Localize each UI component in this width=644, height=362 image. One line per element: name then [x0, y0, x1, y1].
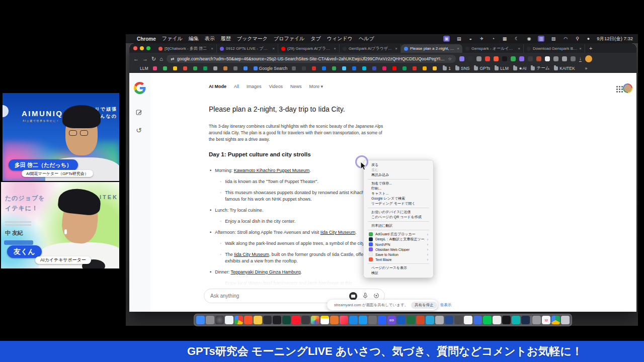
menubar-status-icon[interactable]: ●	[586, 36, 591, 42]
tab-close-icon[interactable]: ×	[579, 46, 582, 51]
dock-app-icon[interactable]	[320, 316, 329, 324]
context-menu-item[interactable]: Text Blaze ›	[364, 257, 433, 262]
browser-tab[interactable]: GenSpark AIブラウザ：デバイ ×	[340, 44, 401, 53]
extension-icon[interactable]	[459, 56, 464, 61]
menubar-item[interactable]: ブックマーク	[237, 35, 268, 42]
context-menu-item[interactable]: キャスト...	[364, 191, 433, 196]
google-apps-grid-icon[interactable]	[616, 86, 623, 93]
menubar-item[interactable]: ウィンドウ	[327, 35, 353, 42]
menubar-clock[interactable]: 9月12日(金) 7:32	[597, 36, 633, 42]
bookmark-item[interactable]	[413, 66, 418, 70]
dock-app-icon[interactable]	[521, 316, 530, 324]
dock-app-icon[interactable]	[263, 316, 272, 324]
bookmark-item[interactable]: »	[580, 66, 588, 71]
dock-app-icon[interactable]	[502, 316, 511, 324]
bookmark-item[interactable]	[332, 66, 338, 70]
extension-icon[interactable]	[502, 56, 507, 61]
extension-icon[interactable]	[476, 56, 481, 61]
site-info-icon[interactable]: ⇄	[171, 56, 174, 61]
menubar-status-icon[interactable]: ▥	[538, 36, 544, 42]
bookmark-item[interactable]	[163, 66, 169, 70]
dock-app-icon[interactable]	[435, 316, 444, 324]
dock-app-icon[interactable]	[359, 316, 367, 324]
bookmark-item[interactable]	[302, 66, 307, 70]
dock-app-icon[interactable]	[244, 316, 253, 324]
dock-app-icon[interactable]	[464, 316, 472, 324]
browser-tab[interactable]: Please plan a 2-night, 3-day ×	[401, 44, 462, 53]
dock-app-icon[interactable]	[225, 316, 233, 324]
tab-close-icon[interactable]: ×	[457, 46, 459, 51]
dock-app-icon[interactable]	[292, 316, 300, 324]
tab-close-icon[interactable]: ×	[272, 46, 275, 51]
bookmark-star-icon[interactable]: ☆	[448, 56, 452, 61]
dock-app-icon[interactable]	[531, 316, 531, 325]
search-nav-tab[interactable]: Videos	[269, 84, 283, 89]
extension-icon[interactable]	[571, 56, 576, 61]
menubar-status-icon[interactable]: ⚲	[575, 36, 580, 42]
bookmark-item[interactable]	[183, 66, 189, 70]
extension-icon[interactable]	[511, 56, 516, 61]
menubar-status-icon[interactable]: ◠	[562, 36, 569, 42]
extension-icon[interactable]	[553, 56, 558, 61]
context-menu-item[interactable]: 検証	[364, 270, 433, 276]
ask-anything-input[interactable]	[209, 293, 344, 299]
dock-app-icon[interactable]	[397, 316, 406, 324]
zoom-window-button[interactable]	[146, 46, 150, 50]
search-nav-tab[interactable]: More ▾	[309, 84, 323, 89]
dock-app-icon[interactable]	[282, 316, 291, 324]
city-museum-link[interactable]: Iida City Museum	[234, 252, 269, 257]
dock-app-icon[interactable]	[234, 316, 243, 324]
context-menu-item[interactable]	[368, 179, 429, 179]
bookmark-item[interactable]: KAITEK	[554, 66, 575, 71]
bookmark-item[interactable]	[322, 66, 328, 70]
bookmark-item[interactable]	[292, 66, 297, 70]
extension-icon[interactable]	[519, 56, 524, 61]
extension-icon[interactable]	[468, 56, 473, 61]
browser-tab[interactable]: 0912 GPTs LIVE - プレゼ ×	[217, 44, 278, 53]
address-bar[interactable]: ⇄ google.com/search?udm=50&aep=46&source…	[167, 55, 456, 63]
menubar-item[interactable]: 編集	[189, 35, 199, 42]
dock-app-icon[interactable]	[473, 316, 482, 324]
tab-close-icon[interactable]: ×	[211, 46, 213, 51]
context-menu-item[interactable]: 進む	[364, 167, 433, 172]
context-menu-item[interactable]: 日本語に翻訳	[364, 223, 433, 228]
extension-icon[interactable]	[528, 56, 533, 61]
bookmark-item[interactable]	[342, 66, 348, 70]
hide-notification-button[interactable]: 非表示	[440, 303, 452, 308]
bookmark-item[interactable]	[173, 66, 179, 70]
menubar-status-icon[interactable]: ▦	[502, 36, 508, 42]
menubar-app-name[interactable]: Chrome	[137, 36, 156, 42]
city-museum-link[interactable]: Iida City Museum	[320, 230, 356, 235]
bookmark-item[interactable]	[362, 66, 368, 70]
menubar-item[interactable]: タブ	[310, 35, 320, 42]
tab-close-icon[interactable]: ×	[395, 46, 397, 51]
browser-tab[interactable]: (29) Genspark AIブラウザ ×	[278, 44, 340, 53]
context-menu-item[interactable]: AdGuard 広告ブロッカー ›	[364, 232, 433, 237]
account-avatar[interactable]	[623, 83, 632, 93]
dock-app-icon[interactable]	[483, 316, 492, 324]
context-menu-item[interactable]: DeepL：AI翻訳と文章校正ツール ›	[364, 237, 433, 242]
profile-avatar[interactable]	[585, 55, 592, 62]
bookmark-item[interactable]: チーム	[531, 65, 549, 71]
minimize-window-button[interactable]	[140, 46, 144, 50]
dock-app-icon[interactable]: 12	[542, 316, 550, 324]
browser-tab[interactable]: Genspark - オールインワンAI ×	[462, 44, 524, 53]
context-menu-item[interactable]	[368, 208, 429, 208]
google-lens-icon[interactable]	[373, 292, 379, 301]
dock-app-icon[interactable]	[493, 316, 501, 324]
dock-app-icon[interactable]	[512, 316, 520, 324]
browser-tab[interactable]: Download Genspark Browser ×	[524, 44, 585, 53]
bookmark-item[interactable]	[423, 66, 428, 70]
context-menu-item[interactable]	[368, 221, 429, 222]
downloads-icon[interactable]: ↓	[579, 56, 582, 62]
dock-app-icon[interactable]	[368, 316, 377, 324]
context-menu-item[interactable]: 戻る	[364, 162, 433, 167]
tab-close-icon[interactable]: ×	[334, 46, 336, 51]
context-menu-item[interactable]: 再読み込み	[364, 172, 433, 177]
new-tab-button[interactable]: +	[589, 44, 592, 53]
bookmark-item[interactable]	[213, 66, 219, 70]
compose-icon[interactable]	[136, 109, 142, 117]
bookmark-item[interactable]	[372, 66, 378, 70]
context-menu-item[interactable]: ページのソースを表示	[364, 265, 433, 270]
menubar-item[interactable]: ファイル	[162, 35, 183, 42]
